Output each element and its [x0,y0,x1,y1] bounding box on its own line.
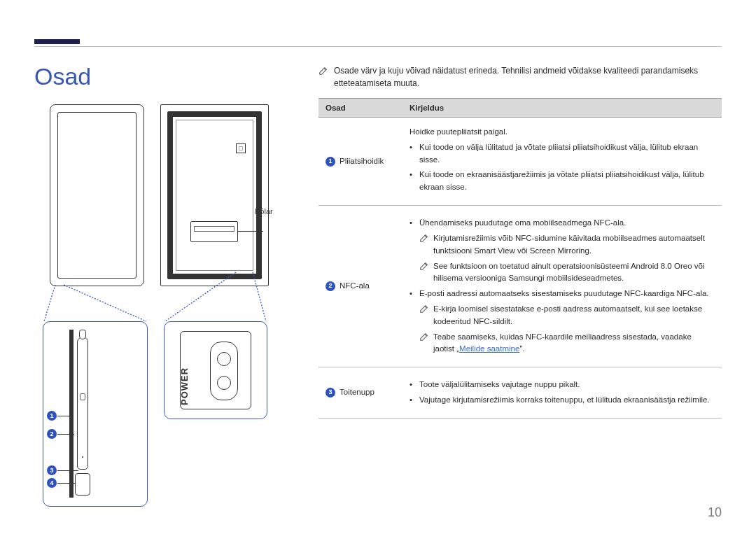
row2-b2: E-posti aadressi automaatseks sisestamis… [410,288,715,300]
device-front-screen [57,112,136,279]
top-note-text: Osade värv ja kuju võivad näidatust erin… [334,64,722,90]
leader-4 [57,483,76,484]
row2-note4: Teabe saamiseks, kuidas NFC-kaardile mei… [433,331,715,356]
parts-table: Osad Kirjeldus 1Pliiatsihoidik Hoidke pu… [318,98,722,419]
pen-base [75,473,90,496]
speaker-label: Kõlar [255,207,273,216]
power-plate [180,331,251,409]
pencil-icon [318,66,328,76]
product-diagram: Kõlar 1 2 3 4 POWER [34,104,300,510]
row2-note4-post: ". [519,344,524,353]
socket-hole-bottom [217,376,231,390]
table-row: 2NFC-ala Ühendamiseks puudutage oma mobi… [318,206,722,367]
row3-badge-icon: 3 [326,388,335,398]
pencil-icon [419,304,429,314]
pen-rail-edge [69,330,74,498]
row2-badge-icon: 2 [326,281,335,291]
page-number: 10 [708,505,722,520]
table-row: 3Toitenupp Toote väljalülitamiseks vajut… [318,367,722,419]
page-title: Osad [34,63,300,90]
desc-cell-1: Hoidke puutepliiatsit paigal. Kui toode … [402,118,722,206]
nfc-mark-inner [239,146,243,150]
row2-note3: E-kirja loomisel sisestatakse e-posti aa… [433,303,715,328]
part-cell-1: 1Pliiatsihoidik [318,118,402,206]
row1-badge-icon: 1 [326,157,335,167]
col-desc: Kirjeldus [402,99,722,118]
row1-intro: Hoidke puutepliiatsit paigal. [410,126,715,139]
pen-tip [79,330,86,339]
row2-note2: See funktsioon on toetatud ainult operat… [433,260,715,286]
row1-b1: Kui toode on välja lülitatud ja võtate p… [410,141,715,167]
col-part: Osad [318,99,402,118]
device-back-frame [167,111,262,279]
pen-body [77,337,88,470]
pencil-icon [419,261,429,271]
leader-2 [57,434,74,435]
speaker-module [190,221,238,242]
row3-b1: Toote väljalülitamiseks vajutage nuppu p… [410,379,715,391]
row2-part: NFC-ala [340,281,370,290]
part-cell-3: 3Toitenupp [318,367,402,419]
speaker-grille [194,226,234,232]
nfc-mark [236,143,246,153]
pen-nfc-icon [80,393,85,400]
badge-3-icon: 3 [47,465,57,475]
power-label: POWER [179,367,190,405]
table-row: 1Pliiatsihoidik Hoidke puutepliiatsit pa… [318,118,722,206]
mail-sending-link[interactable]: Meilide saatmine [459,344,519,353]
badge-4-icon: 4 [47,478,57,488]
badge-1-icon: 1 [47,411,57,421]
leader-3 [57,470,78,471]
header-accent [34,39,80,44]
leader-1 [57,416,71,416]
badge-2-icon: 2 [47,429,57,439]
socket-hole-top [217,352,231,366]
right-column: Osade värv ja kuju võivad näidatust erin… [318,64,722,419]
row2-note1: Kirjutamisrežiimis võib NFC-sidumine käi… [433,232,715,258]
desc-cell-3: Toote väljalülitamiseks vajutage nuppu p… [402,367,722,419]
pen-dot [82,456,83,458]
pencil-icon [419,233,429,243]
part-cell-2: 2NFC-ala [318,206,402,367]
left-column: Osad Kõlar [34,63,300,510]
desc-cell-2: Ühendamiseks puudutage oma mobiilseadmeg… [402,206,722,367]
power-socket [210,342,238,400]
row2-b1: Ühendamiseks puudutage oma mobiilseadmeg… [410,217,715,230]
leader-speaker [238,231,263,232]
top-note: Osade värv ja kuju võivad näidatust erin… [318,64,722,90]
pencil-icon [419,332,429,342]
device-back-inner [176,120,253,271]
row3-b2: Vajutage kirjutamisrežiimis korraks toit… [410,394,715,407]
row3-part: Toitenupp [340,388,374,396]
header-rule [34,46,722,47]
pen-holder-detail [69,330,92,499]
row1-part: Pliiatsihoidik [340,157,384,165]
callout-pen [43,321,148,507]
row1-b2: Kui toode on ekraanisäästjarežiimis ja v… [410,169,715,194]
